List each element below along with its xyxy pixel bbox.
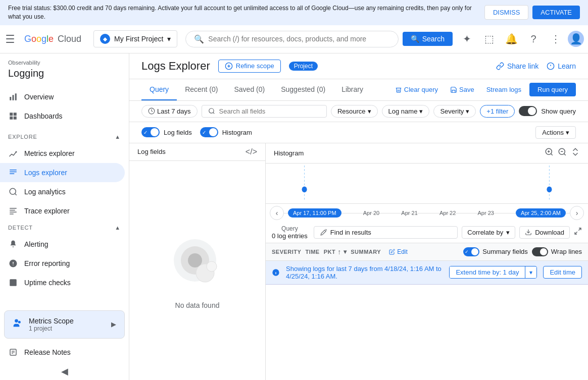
hist-date-apr23: Apr 23: [478, 210, 494, 216]
pkt-dropdown-icon[interactable]: ▾: [344, 248, 347, 255]
save-button[interactable]: Save: [446, 84, 478, 95]
log-fields-switch[interactable]: ✓: [141, 127, 160, 137]
zoom-in-button[interactable]: [545, 147, 554, 159]
show-query-switch[interactable]: [519, 106, 537, 116]
info-bar: Showing logs for last 7 days from 4/18/2…: [266, 261, 588, 285]
google-cloud-logo[interactable]: Google Cloud: [24, 34, 81, 44]
actions-dropdown[interactable]: Actions ▾: [535, 126, 576, 139]
sidebar-error-label: Error reporting: [24, 259, 70, 267]
project-icon: ◆: [100, 34, 110, 44]
more-button[interactable]: ⋮: [546, 29, 566, 49]
more-filters-button[interactable]: +1 filter: [480, 105, 515, 118]
svg-line-38: [551, 153, 552, 155]
main-layout: Observability Logging Overview Dashboard…: [0, 53, 588, 380]
hamburger-menu-button[interactable]: [4, 33, 16, 45]
metrics-scope-card[interactable]: Metrics Scope 1 project ▶: [4, 310, 125, 339]
refine-scope-button[interactable]: Refine scope: [218, 60, 281, 73]
run-query-button[interactable]: Run query: [529, 83, 576, 96]
notifications-button[interactable]: 🔔: [501, 29, 521, 49]
tab-saved[interactable]: Saved (0): [226, 79, 273, 100]
no-data-illustration: [167, 233, 228, 293]
alerting-icon: [8, 240, 18, 249]
learn-button[interactable]: Learn: [547, 62, 576, 70]
tab-recent[interactable]: Recent (0): [177, 79, 226, 100]
summary-fields-switch[interactable]: ✓: [463, 247, 479, 256]
wrap-lines-switch[interactable]: [532, 247, 548, 256]
sidebar-item-logs-explorer[interactable]: Logs explorer: [0, 163, 125, 182]
th-summary: SUMMARY: [351, 249, 381, 255]
tab-suggested[interactable]: Suggested (0): [273, 79, 333, 100]
tab-library[interactable]: Library: [333, 79, 371, 100]
sidebar-item-trace-explorer[interactable]: Trace explorer: [0, 201, 125, 221]
sparkle-button[interactable]: ✦: [457, 29, 477, 49]
sidebar: Observability Logging Overview Dashboard…: [0, 53, 129, 380]
collapse-histogram-button[interactable]: [571, 147, 580, 159]
sidebar-item-release-notes[interactable]: Release Notes: [0, 343, 129, 362]
log-fields-toggle: ✓ Log fields: [141, 127, 192, 137]
filters-row: Last 7 days Resource ▾ Log name ▾ Severi…: [129, 101, 588, 122]
dismiss-button[interactable]: DISMISS: [484, 5, 528, 20]
edit-summary-button[interactable]: Edit: [385, 246, 412, 257]
sidebar-item-error-reporting[interactable]: Error reporting: [0, 254, 125, 273]
cloud-shell-button[interactable]: ⬚: [479, 29, 499, 49]
search-input[interactable]: [208, 35, 389, 43]
project-selector[interactable]: ◆ My First Project ▾: [93, 30, 177, 47]
query-info: Query 0 log entries: [272, 225, 308, 240]
sidebar-item-overview[interactable]: Overview: [0, 87, 125, 106]
error-reporting-icon: [8, 259, 18, 268]
edit-time-button[interactable]: Edit time: [543, 266, 582, 279]
help-button[interactable]: ?: [523, 29, 544, 49]
no-data-text: No data found: [175, 301, 220, 309]
avatar[interactable]: 👤: [568, 31, 584, 47]
collapse-explore-icon[interactable]: ▲: [115, 134, 121, 140]
histogram-switch[interactable]: ✓: [200, 127, 218, 137]
sidebar-item-uptime-checks[interactable]: Uptime checks: [0, 273, 125, 292]
toggle-code-button[interactable]: </>: [246, 147, 257, 156]
share-link-button[interactable]: Share link: [496, 62, 538, 70]
zoom-out-button[interactable]: [558, 147, 567, 159]
time-filter-chip[interactable]: Last 7 days: [141, 105, 198, 118]
sidebar-item-log-analytics[interactable]: Log analytics: [0, 182, 125, 201]
release-notes-label: Release Notes: [24, 348, 71, 356]
clear-query-label: Clear query: [404, 86, 438, 93]
severity-col-label: SEVERITY: [272, 249, 301, 255]
stream-logs-button[interactable]: Stream logs: [482, 84, 525, 95]
collapse-sidebar-button[interactable]: ◀: [0, 362, 129, 380]
extend-time-dropdown-button[interactable]: ▾: [525, 267, 536, 278]
sidebar-item-metrics-explorer[interactable]: Metrics explorer: [0, 144, 125, 163]
histogram-toggle-label: Histogram: [222, 129, 252, 136]
tab-query[interactable]: Query: [141, 79, 177, 100]
project-badge: Project: [289, 62, 318, 71]
correlate-button[interactable]: Correlate by ▾: [462, 226, 515, 239]
search-button[interactable]: 🔍 Search: [403, 32, 453, 46]
query-bar: Query 0 log entries Find in results Corr…: [266, 222, 588, 243]
refine-scope-label: Refine scope: [236, 62, 274, 70]
download-label: Download: [535, 229, 564, 236]
expand-logs-button[interactable]: [574, 227, 582, 237]
log-name-chevron-icon: ▾: [419, 107, 423, 115]
download-button[interactable]: Download: [519, 226, 570, 239]
histogram-next-button[interactable]: ›: [570, 206, 584, 220]
sidebar-main-section: Overview Dashboards: [0, 83, 129, 130]
collapse-detect-icon[interactable]: ▲: [115, 225, 121, 231]
svg-line-50: [578, 228, 581, 231]
hist-date-apr20: Apr 20: [363, 210, 379, 216]
extend-time-main-button[interactable]: Extend time by: 1 day: [450, 266, 525, 278]
activate-button[interactable]: ACTIVATE: [532, 6, 580, 19]
find-in-results-button[interactable]: Find in results: [314, 226, 458, 239]
severity-filter[interactable]: Severity ▾: [433, 105, 476, 118]
search-fields-icon: [208, 107, 215, 115]
histogram-prev-button[interactable]: ‹: [270, 206, 284, 220]
sort-up-icon[interactable]: ↑: [337, 248, 341, 256]
clear-query-button[interactable]: Clear query: [391, 84, 442, 95]
extend-time-button: Extend time by: 1 day ▾: [449, 266, 537, 279]
bar-chart-icon: [8, 92, 18, 101]
extend-dropdown-icon: ▾: [529, 269, 532, 276]
svg-point-30: [209, 108, 213, 113]
sidebar-item-alerting[interactable]: Alerting: [0, 235, 125, 254]
svg-rect-0: [10, 97, 11, 100]
search-all-fields-input[interactable]: [219, 107, 320, 115]
sidebar-item-dashboards[interactable]: Dashboards: [0, 106, 125, 126]
log-name-filter[interactable]: Log name ▾: [382, 105, 430, 118]
resource-filter[interactable]: Resource ▾: [331, 105, 378, 118]
